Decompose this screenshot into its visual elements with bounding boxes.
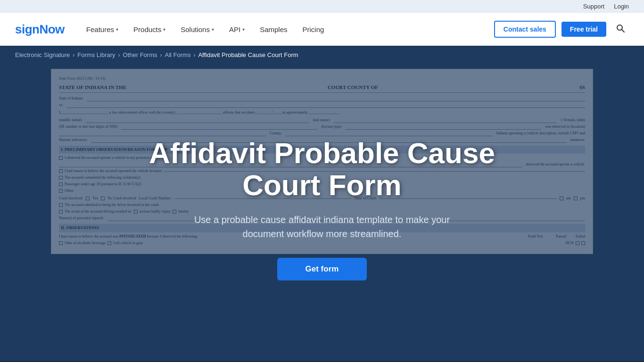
hero-title-line1: Affidavit Probable Cause <box>149 137 495 169</box>
odor-checkbox <box>59 241 63 245</box>
get-form-button[interactable]: Get form <box>277 258 367 280</box>
api-label: API <box>229 25 240 33</box>
form-officer-line: I, ________________________, a law enfor… <box>59 110 585 115</box>
breadcrumb-other-forms[interactable]: Other Forms <box>123 51 157 58</box>
breadcrumb-sep-1: › <box>73 52 74 58</box>
crash-no-checkbox <box>101 197 105 200</box>
court-text: COURT COUNTY OF <box>328 83 378 91</box>
products-chevron-icon: ▾ <box>163 27 165 32</box>
checkbox-icon-5 <box>59 189 63 193</box>
samples-label: Samples <box>260 25 287 33</box>
hgn-failed <box>581 241 585 245</box>
search-button[interactable] <box>612 20 629 39</box>
utility-bar: Support Login <box>0 0 644 13</box>
features-chevron-icon: ▾ <box>116 27 118 32</box>
products-label: Products <box>133 25 161 33</box>
nav-api[interactable]: API ▾ <box>223 22 251 37</box>
nav-pricing[interactable]: Pricing <box>296 22 331 37</box>
nav-products[interactable]: Products ▾ <box>127 22 172 37</box>
contact-sales-button[interactable]: Contact sales <box>494 21 556 38</box>
hero-subtitle: Use a probable cause affidavit indiana t… <box>181 213 463 241</box>
hero-title: Affidavit Probable Cause Court Form <box>149 137 495 201</box>
navbar: signNow Features ▾ Products ▾ Solutions … <box>0 13 644 46</box>
ss-text: SS <box>579 83 585 91</box>
hero-title-line2: Court Form <box>242 169 402 201</box>
form-indiana-row: State of Indiana <box>59 96 585 101</box>
checkbox-icon-4 <box>59 182 63 186</box>
checkbox-icon-1 <box>59 156 63 160</box>
form-state-line: STATE OF INDIANA IN THE COURT COUNTY OF … <box>59 83 585 93</box>
login-link[interactable]: Login <box>614 3 629 10</box>
nav-solutions[interactable]: Solutions ▾ <box>174 22 221 37</box>
pricing-label: Pricing <box>303 25 324 33</box>
hgn-passed <box>576 241 579 245</box>
solutions-label: Solutions <box>181 25 210 33</box>
support-link[interactable]: Support <box>583 3 605 10</box>
state-text: STATE OF INDIANA IN THE <box>59 83 126 91</box>
nav-links: Features ▾ Products ▾ Solutions ▾ API ▾ … <box>80 22 494 37</box>
nav-samples[interactable]: Samples <box>253 22 294 37</box>
hero-section: State Form 44213 (R6 / 10-10) STATE OF I… <box>0 64 644 361</box>
pm-checkbox <box>574 197 578 200</box>
checkbox-icon-2 <box>59 169 63 173</box>
breadcrumb: Electronic Signature › Forms Library › O… <box>0 46 644 64</box>
free-trial-button[interactable]: Free trial <box>561 22 606 37</box>
crash-checkbox-icon-1 <box>59 203 63 207</box>
am-checkbox <box>560 197 563 200</box>
hero-overlay: Affidavit Probable Cause Court Form Use … <box>121 118 523 307</box>
checkbox-label-5: Other: <box>65 188 74 194</box>
breadcrumb-current-page: Affidavit Probable Cause Court Form <box>198 51 298 58</box>
features-label: Features <box>86 25 114 33</box>
breadcrumb-forms-library[interactable]: Forms Library <box>77 51 115 58</box>
checkbox-icon-3 <box>59 176 63 180</box>
left-vehicle-checkbox <box>107 241 111 245</box>
nav-actions: Contact sales Free trial <box>494 20 629 39</box>
form-state-number: State Form 44213 (R6 / 10-10) <box>59 76 585 82</box>
api-chevron-icon: ▾ <box>242 27 245 32</box>
logo[interactable]: signNow <box>15 22 65 37</box>
crash-yes-checkbox <box>86 197 90 200</box>
breadcrumb-electronic-signature[interactable]: Electronic Signature <box>15 51 70 58</box>
logo-text: signNow <box>15 22 65 36</box>
breadcrumb-all-forms[interactable]: All Forms <box>165 51 191 58</box>
search-icon <box>616 24 625 35</box>
solutions-chevron-icon: ▾ <box>212 27 214 32</box>
nav-features[interactable]: Features ▾ <box>80 22 125 37</box>
breadcrumb-sep-4: › <box>193 52 195 58</box>
svg-line-1 <box>622 29 625 32</box>
breadcrumb-sep-3: › <box>160 52 162 58</box>
breadcrumb-sep-2: › <box>118 52 120 58</box>
form-vs-row: vs. <box>59 102 585 108</box>
crash-result-checkbox <box>59 210 63 214</box>
